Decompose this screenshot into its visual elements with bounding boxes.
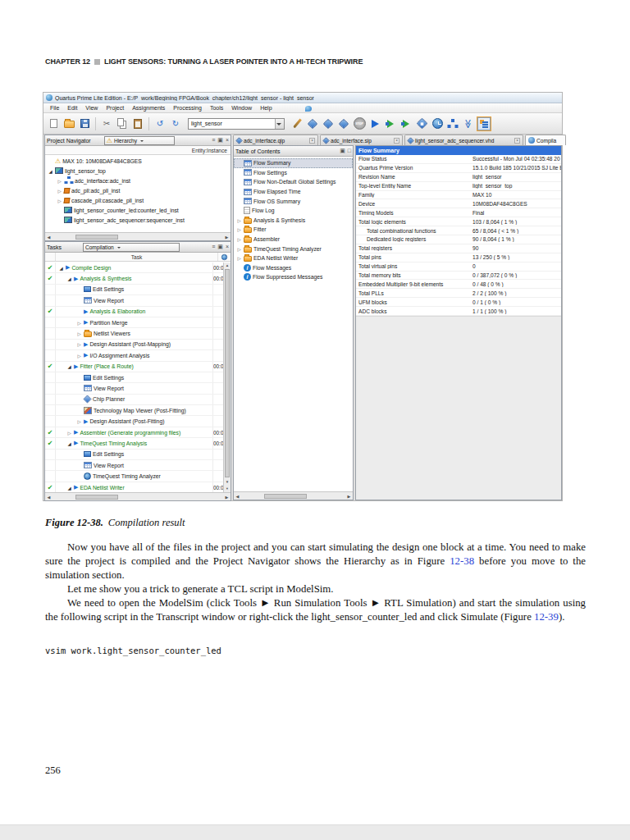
open-project-button[interactable]	[62, 116, 75, 131]
save-button[interactable]	[78, 116, 91, 131]
menu-item[interactable]: Tools	[206, 105, 227, 111]
tree-row[interactable]: light_sensor_counter_led:counter_led_ins…	[45, 205, 231, 215]
menu-item[interactable]: Help	[256, 105, 276, 111]
tasks-vscrollbar[interactable]: ▲▼▾	[223, 262, 231, 492]
cut-button[interactable]	[100, 116, 113, 131]
document-tab[interactable]: light_sensor_adc_sequencer.vhd	[404, 135, 523, 145]
task-row[interactable]: Compile Design 00:0	[45, 262, 223, 273]
toc-item[interactable]: Flow Settings	[234, 168, 353, 178]
start-analysis-button[interactable]	[384, 116, 397, 131]
copy-button[interactable]	[116, 116, 129, 131]
task-row[interactable]: I/O Assignment Analysis	[45, 350, 223, 361]
scroll-thumb[interactable]	[264, 494, 307, 499]
expander-icon[interactable]	[236, 217, 242, 223]
task-row[interactable]: EDA Netlist Writer 00:0	[45, 482, 223, 492]
toc-item[interactable]: TimeQuest Timing Analyzer	[234, 244, 353, 253]
menu-item[interactable]: Edit	[63, 105, 81, 111]
task-row[interactable]: Fitter (Place & Route) 00:0	[45, 362, 223, 372]
document-tab[interactable]: adc_interface.qip	[233, 135, 318, 145]
task-row[interactable]: Edit Settings	[45, 285, 223, 295]
task-row[interactable]: TimeQuest Timing Analyzer	[45, 471, 223, 482]
tasks-hscrollbar[interactable]: ◀▶	[45, 492, 231, 500]
expander-icon[interactable]	[76, 353, 82, 358]
document-tab[interactable]: Compila	[525, 135, 566, 145]
toc-item[interactable]: Flow Suppressed Messages	[234, 272, 353, 282]
close-panel-icon[interactable]: ×	[226, 137, 229, 144]
hierarchy-viewer-button[interactable]	[446, 116, 459, 131]
menu-item[interactable]: View	[81, 105, 102, 111]
timequest-button[interactable]	[431, 116, 444, 131]
assignment-editor-button[interactable]	[290, 116, 304, 131]
redo-button[interactable]	[169, 116, 182, 131]
expander-icon[interactable]	[66, 430, 72, 436]
tree-row[interactable]: cascade_pll:cascade_pll_inst	[45, 195, 231, 205]
scroll-thumb[interactable]	[75, 235, 118, 240]
expander-icon[interactable]	[236, 255, 242, 261]
expander-icon[interactable]	[66, 441, 72, 446]
task-row[interactable]: Assembler (Generate programming files) 0…	[45, 427, 223, 438]
float-panel-icon[interactable]: ▣	[217, 244, 223, 250]
task-row[interactable]: View Report	[45, 460, 223, 471]
tab-close-icon[interactable]	[309, 138, 315, 144]
toc-item[interactable]: Flow Log	[234, 206, 353, 216]
expander-icon[interactable]	[48, 168, 53, 174]
toc-item[interactable]: Assembler	[234, 235, 353, 244]
tree-row[interactable]: MAX 10: 10M08DAF484C8GES	[45, 156, 231, 166]
task-row[interactable]: Partition Merge	[45, 317, 223, 328]
menu-item[interactable]: Window	[227, 105, 256, 111]
task-row[interactable]: Edit Settings	[45, 450, 223, 460]
project-navigator-hscrollbar[interactable]: ◀▶	[45, 232, 231, 240]
document-tab[interactable]: adc_interface.sip	[320, 135, 403, 145]
assembler-button[interactable]	[415, 116, 428, 131]
tab-close-icon[interactable]	[514, 138, 520, 144]
expander-icon[interactable]	[76, 418, 82, 424]
expander-icon[interactable]	[57, 198, 62, 203]
float-panel-icon[interactable]: □	[348, 148, 351, 154]
expander-icon[interactable]	[66, 485, 72, 491]
figure-link-12-39[interactable]: 12-39	[534, 611, 559, 623]
scroll-thumb[interactable]	[225, 269, 230, 477]
task-row[interactable]: Analysis & Synthesis 00:0	[45, 273, 223, 284]
rapid-recompile-button[interactable]	[399, 116, 413, 131]
toc-item[interactable]: Flow OS Summary	[234, 196, 353, 206]
revision-combo[interactable]: light_sensor	[188, 118, 285, 130]
design-assistant-button[interactable]	[462, 116, 475, 131]
expander-icon[interactable]	[57, 188, 62, 194]
menu-item[interactable]: Project	[102, 105, 128, 111]
toc-item[interactable]: Flow Elapsed Time	[234, 187, 353, 197]
expander-icon[interactable]	[236, 236, 242, 242]
toc-item[interactable]: Flow Messages	[234, 263, 353, 273]
menu-item[interactable]: Processing	[169, 105, 206, 111]
task-row[interactable]: Design Assistant (Post-Fitting)	[45, 416, 223, 427]
expander-icon[interactable]	[76, 320, 82, 326]
expander-icon[interactable]	[76, 331, 82, 336]
expander-icon[interactable]	[66, 276, 72, 281]
analysis-synthesis-button[interactable]	[322, 116, 335, 131]
combo-dropdown-button[interactable]	[275, 119, 284, 129]
expander-icon[interactable]	[58, 265, 64, 271]
undo-button[interactable]	[153, 116, 167, 131]
toc-item[interactable]: Analysis & Synthesis	[234, 216, 353, 226]
toc-item[interactable]: EDA Netlist Writer	[234, 253, 353, 263]
scroll-thumb[interactable]	[75, 495, 118, 500]
tree-row[interactable]: light_sensor_top	[45, 166, 231, 176]
task-row[interactable]: View Report	[45, 295, 223, 306]
programmer-button[interactable]	[477, 116, 491, 131]
toc-item[interactable]: Fitter	[234, 225, 353, 235]
menu-item[interactable]: File	[46, 105, 63, 111]
toc-item[interactable]: Flow Non-Default Global Settings	[234, 177, 353, 187]
expander-icon[interactable]	[236, 246, 242, 252]
toc-hscrollbar[interactable]: ◀▶	[234, 491, 353, 500]
task-row[interactable]: TimeQuest Timing Analysis 00:0	[45, 438, 223, 449]
hierarchy-combo[interactable]: Hierarchy	[104, 136, 175, 145]
tree-row[interactable]: adc_interface:adc_inst	[45, 176, 231, 185]
compile-design-button[interactable]	[306, 116, 319, 131]
task-row[interactable]: Design Assistant (Post-Mapping)	[45, 340, 223, 350]
expander-icon[interactable]	[236, 226, 242, 232]
stop-button[interactable]: STOP	[353, 116, 366, 131]
task-row[interactable]: Analysis & Elaboration	[45, 307, 223, 317]
new-file-button[interactable]	[47, 116, 60, 131]
list-icon[interactable]: ≡	[212, 137, 215, 144]
report-window-icon[interactable]: ▣	[340, 148, 345, 154]
close-panel-icon[interactable]: ×	[226, 244, 229, 250]
